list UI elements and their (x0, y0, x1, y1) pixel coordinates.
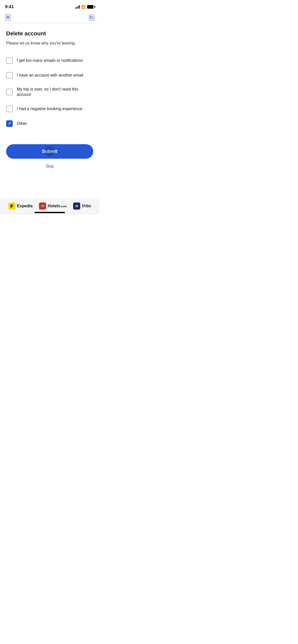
signal-icon (75, 5, 80, 9)
home-indicator (34, 212, 65, 213)
page-subtitle: Please let us know why you're leaving. (6, 40, 93, 46)
checkbox-box-negative-booking[interactable] (6, 106, 13, 112)
checkbox-list: I get too many emails or notifications I… (6, 53, 93, 131)
checkbox-label-negative-booking: I had a negative booking experience (17, 106, 82, 112)
vrbo-logo: W (73, 202, 80, 210)
expedia-logo (8, 202, 16, 210)
checkbox-box-another-email[interactable] (6, 72, 13, 79)
checkbox-box-trip-over[interactable] (6, 89, 13, 95)
wifi-icon: 📶 (81, 5, 86, 9)
status-time: 9:41 (5, 4, 14, 9)
submit-button[interactable]: Submit (6, 144, 93, 159)
close-button[interactable]: ✕ (5, 14, 11, 21)
button-section: Submit Skip (0, 136, 99, 173)
nav-bar: ✕ ↻ (0, 12, 99, 23)
brand-hotels: H Hotels.com (39, 202, 67, 210)
checkbox-box-other[interactable] (6, 120, 13, 127)
brand-vrbo: W Vrbo (73, 202, 91, 210)
checkbox-label-trip-over: My trip is over, so I don't need this ac… (17, 87, 93, 97)
status-icons: 📶 (75, 5, 94, 9)
checkbox-emails[interactable]: I get too many emails or notifications (6, 53, 93, 68)
skip-button[interactable]: Skip (6, 164, 93, 169)
brand-expedia: Expedia (8, 202, 33, 210)
hotels-label: Hotels.com (48, 204, 67, 208)
hotels-logo: H (39, 202, 46, 210)
battery-icon (87, 5, 94, 9)
checkbox-other[interactable]: Other (6, 116, 93, 131)
checkbox-label-another-email: I have an account with another email (17, 73, 83, 78)
main-content: Delete account Please let us know why yo… (0, 23, 99, 136)
expedia-label: Expedia (17, 204, 33, 208)
checkbox-box-emails[interactable] (6, 57, 13, 64)
status-bar: 9:41 📶 (0, 0, 99, 12)
page-title: Delete account (6, 30, 93, 37)
checkbox-trip-over[interactable]: My trip is over, so I don't need this ac… (6, 83, 93, 101)
checkbox-label-other: Other (17, 121, 27, 126)
vrbo-label: Vrbo (82, 204, 91, 208)
checkbox-label-emails: I get too many emails or notifications (17, 58, 83, 63)
ripple-effect (45, 146, 55, 156)
checkbox-another-email[interactable]: I have an account with another email (6, 68, 93, 83)
checkbox-negative-booking[interactable]: I had a negative booking experience (6, 101, 93, 116)
refresh-button[interactable]: ↻ (89, 14, 94, 21)
